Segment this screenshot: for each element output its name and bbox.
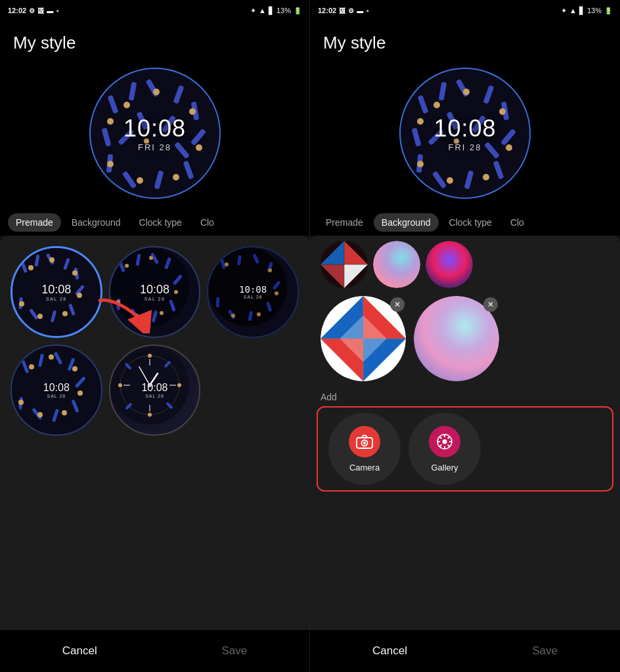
svg-point-106: [177, 383, 181, 387]
bg-item-gradient[interactable]: ✕: [414, 296, 499, 381]
svg-point-164: [443, 439, 447, 444]
watch-preview-left: 10:08 FRI 28: [0, 61, 309, 209]
cancel-button-right[interactable]: Cancel: [346, 639, 433, 663]
tab-premade-left[interactable]: Premade: [8, 213, 61, 232]
svg-point-91: [18, 400, 24, 405]
status-right-right: ✦ ▲ ▋ 13% 🔋: [561, 7, 612, 15]
tab-premade-right[interactable]: Premade: [318, 213, 371, 232]
thumb-date-3: SAL 28: [244, 295, 263, 299]
gallery-button[interactable]: Gallery: [409, 413, 481, 485]
svg-point-22: [107, 161, 114, 167]
svg-point-88: [78, 390, 83, 396]
settings-icon: ⚙: [29, 7, 35, 14]
svg-point-145: [426, 241, 473, 288]
status-left: 12:02 ⚙ 🖼 ▬ ●: [8, 7, 59, 14]
svg-point-129: [483, 174, 489, 180]
watch-thumb-5[interactable]: 10:08 SAL 28: [109, 345, 201, 436]
close-geo-badge[interactable]: ✕: [390, 297, 405, 312]
tab-clo-right[interactable]: Clo: [502, 213, 532, 232]
status-bar-right: 12:02 🖼 ⚙ ▬ ● ✦ ▲ ▋ 13% 🔋: [310, 0, 620, 21]
svg-point-20: [173, 174, 179, 180]
save-button-right[interactable]: Save: [506, 639, 584, 663]
watch-face-left: 10:08 FRI 28: [89, 68, 221, 199]
tab-clocktype-right[interactable]: Clock type: [441, 213, 500, 232]
left-phone-panel: 12:02 ⚙ 🖼 ▬ ● ✦ ▲ ▋ 13% 🔋 My style: [0, 0, 310, 672]
cancel-button-left[interactable]: Cancel: [36, 639, 123, 663]
camera-button[interactable]: Camera: [328, 413, 401, 485]
svg-point-90: [37, 412, 43, 417]
watch-thumb-1[interactable]: 10:08 SAL 28: [11, 246, 102, 338]
dot-icon: ●: [56, 8, 59, 14]
thumb-date-1: SAL 28: [46, 297, 67, 301]
svg-line-171: [448, 436, 450, 438]
wifi-icon-r: ▲: [569, 7, 577, 14]
svg-point-74: [231, 314, 235, 318]
menu-icon-r: ▬: [357, 7, 363, 14]
watch-time-left: 10:08: [123, 115, 186, 142]
dot-icon-r: ●: [366, 8, 369, 14]
right-phone-panel: 12:02 🖼 ⚙ ▬ ● ✦ ▲ ▋ 13% 🔋 My style: [310, 0, 620, 672]
svg-point-87: [72, 366, 78, 371]
tab-background-left[interactable]: Background: [64, 213, 129, 232]
thumb-date-4: SAL 28: [47, 394, 66, 398]
bg-item-geo[interactable]: ✕: [321, 296, 406, 381]
watch-time-right: 10:08: [433, 115, 496, 142]
background-content: ✕: [310, 236, 620, 630]
svg-point-130: [447, 177, 453, 184]
gallery-label: Gallery: [431, 463, 458, 472]
arrow-indicator: [93, 294, 152, 336]
thumb-time-5: 10:08: [141, 382, 167, 394]
svg-point-108: [118, 383, 122, 387]
status-left-right: 12:02 🖼 ⚙ ▬ ●: [318, 7, 369, 14]
battery-right: 13%: [587, 7, 602, 14]
signal-icon-r: ▋: [579, 7, 585, 15]
battery-icon-right: 🔋: [604, 7, 612, 14]
svg-point-38: [49, 257, 55, 262]
svg-point-37: [28, 265, 33, 270]
svg-line-172: [440, 444, 442, 446]
svg-point-56: [174, 290, 178, 294]
tab-background-right[interactable]: Background: [374, 213, 439, 232]
premade-grid: 10:08 SAL 28: [0, 236, 309, 446]
bg-scroll-item-1[interactable]: [321, 241, 368, 288]
thumb-time-3: 10:08: [239, 284, 267, 295]
svg-point-85: [29, 364, 34, 369]
tabs-row-left: Premade Background Clock type Clo: [0, 209, 309, 236]
svg-point-23: [107, 118, 114, 125]
status-time-left: 12:02: [8, 7, 26, 14]
bg-items-row: ✕: [310, 291, 620, 387]
watch-date-right: FRI 28: [448, 142, 481, 152]
premade-content: 10:08 SAL 28: [0, 236, 309, 630]
svg-point-16: [123, 102, 130, 108]
watch-face-right: 10:08 FRI 28: [399, 68, 531, 199]
tab-clo-left[interactable]: Clo: [192, 213, 222, 232]
watch-date-left: FRI 28: [138, 142, 171, 152]
add-section: Camera G: [317, 406, 613, 492]
svg-point-43: [19, 301, 24, 306]
svg-point-107: [148, 413, 152, 417]
bg-scroll-item-2[interactable]: [373, 241, 420, 288]
bg-scroll-top: [310, 236, 620, 291]
svg-point-127: [499, 108, 506, 115]
signal-icon: ▋: [269, 7, 274, 15]
camera-label: Camera: [349, 463, 380, 472]
svg-point-71: [268, 268, 272, 272]
image-icon-r: 🖼: [339, 7, 345, 14]
watch-thumb-4[interactable]: 10:08 SAL 28: [11, 345, 102, 436]
svg-point-54: [125, 264, 129, 268]
close-gradient-badge[interactable]: ✕: [483, 297, 498, 312]
svg-point-132: [417, 118, 424, 125]
bg-scroll-item-3[interactable]: [426, 241, 473, 288]
watch-thumb-3[interactable]: 10:08 SAL 28: [207, 246, 299, 338]
battery-icon-left: 🔋: [294, 7, 301, 14]
svg-point-17: [153, 89, 160, 95]
status-time-right: 12:02: [318, 7, 336, 14]
page-title-left: My style: [0, 21, 309, 61]
save-button-left[interactable]: Save: [195, 639, 273, 663]
status-bar-left: 12:02 ⚙ 🖼 ▬ ● ✦ ▲ ▋ 13% 🔋: [0, 0, 309, 21]
svg-point-86: [49, 354, 54, 360]
svg-point-42: [37, 314, 43, 319]
svg-point-55: [149, 256, 153, 260]
svg-line-169: [440, 436, 442, 438]
tab-clocktype-left[interactable]: Clock type: [131, 213, 190, 232]
